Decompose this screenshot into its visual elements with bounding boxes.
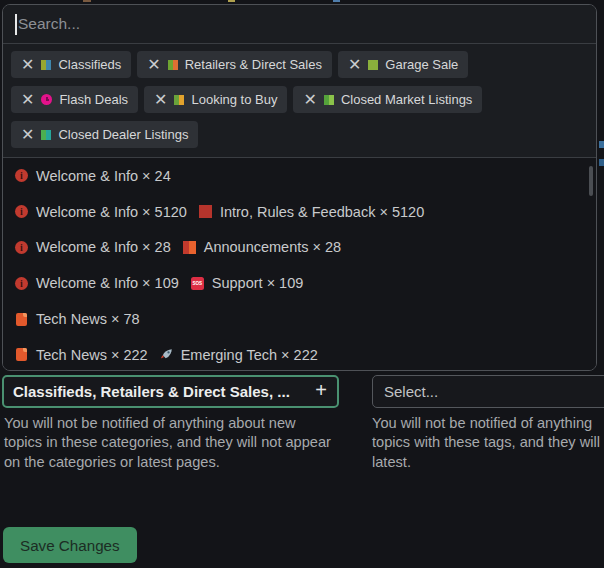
description-line: latest. (372, 453, 600, 472)
scrollbar-thumb[interactable] (589, 166, 593, 196)
category-badge-icon (368, 60, 378, 70)
announcements-icon (183, 241, 196, 254)
category-badge-icon (41, 130, 51, 140)
welcome-info-icon (15, 169, 28, 182)
dropdown-option-row[interactable]: Welcome & Info × 28 Announcements × 28 (3, 230, 596, 266)
description-line: You will not be notified of anything (372, 414, 600, 433)
search-input[interactable] (3, 15, 596, 33)
background-fragment (599, 159, 604, 166)
chip-label: Garage Sale (385, 57, 458, 72)
chip-retailers-direct-sales[interactable]: ✕ Retailers & Direct Sales (137, 51, 332, 78)
background-fragment (333, 0, 340, 2)
chip-label: Retailers & Direct Sales (185, 57, 322, 72)
remove-icon[interactable]: ✕ (21, 57, 34, 73)
chip-label: Looking to Buy (191, 92, 277, 107)
option-label: Welcome & Info × 109 (36, 275, 179, 291)
category-badge-icon (168, 60, 178, 70)
dropdown-option-row[interactable]: Welcome & Info × 24 (3, 158, 596, 194)
dropdown-options-list: Welcome & Info × 24 Welcome & Info × 512… (3, 158, 596, 371)
selected-chips-container: ✕ Classifieds ✕ Retailers & Direct Sales… (3, 44, 596, 158)
muted-tags-select[interactable]: Select... (372, 375, 604, 408)
chip-label: Closed Dealer Listings (58, 127, 188, 142)
option-label: Tech News × 78 (36, 311, 140, 327)
option-label: Emerging Tech × 222 (181, 347, 318, 363)
remove-icon[interactable]: ✕ (154, 92, 167, 108)
text-cursor (15, 14, 17, 35)
tech-news-icon (16, 313, 27, 326)
background-fragment (599, 141, 604, 148)
muted-categories-description: You will not be notified of anything abo… (4, 414, 331, 472)
welcome-info-icon (15, 205, 28, 218)
chip-closed-market-listings[interactable]: ✕ Closed Market Listings (293, 86, 482, 113)
chip-garage-sale[interactable]: ✕ Garage Sale (338, 51, 468, 78)
category-badge-icon (174, 95, 184, 105)
option-label: Welcome & Info × 24 (36, 168, 171, 184)
description-line: You will not be notified of anything abo… (4, 414, 331, 433)
option-label: Support × 109 (212, 275, 304, 291)
support-sos-icon (191, 277, 204, 290)
muted-tags-description: You will not be notified of anything top… (372, 414, 600, 472)
remove-icon[interactable]: ✕ (303, 92, 316, 108)
welcome-info-icon (15, 277, 28, 290)
filter-search-row (3, 5, 596, 44)
tech-news-icon (16, 348, 27, 361)
intro-rules-feedback-icon (199, 205, 212, 218)
chip-classifieds[interactable]: ✕ Classifieds (11, 51, 131, 78)
description-line: topics in these categories, and they wil… (4, 433, 331, 452)
clock-badge-icon (41, 94, 52, 105)
background-fragment (83, 0, 91, 2)
save-changes-button[interactable]: Save Changes (3, 527, 137, 563)
chip-closed-dealer-listings[interactable]: ✕ Closed Dealer Listings (11, 121, 198, 148)
chip-flash-deals[interactable]: ✕ Flash Deals (11, 86, 138, 113)
muted-tags-placeholder: Select... (373, 383, 438, 400)
muted-categories-summary: Classifieds, Retailers & Direct Sales, .… (4, 383, 309, 400)
chip-label: Classifieds (58, 57, 121, 72)
option-label: Welcome & Info × 5120 (36, 204, 187, 220)
plus-icon[interactable]: + (309, 379, 337, 404)
dropdown-option-row[interactable]: Tech News × 78 (3, 301, 596, 337)
remove-icon[interactable]: ✕ (21, 127, 34, 143)
emerging-tech-rocket-icon (160, 348, 173, 361)
dropdown-option-row[interactable]: Welcome & Info × 5120 Intro, Rules & Fee… (3, 194, 596, 230)
muted-categories-select[interactable]: Classifieds, Retailers & Direct Sales, .… (2, 375, 339, 408)
dropdown-option-row[interactable]: Welcome & Info × 109 Support × 109 (3, 265, 596, 301)
option-label: Announcements × 28 (204, 239, 341, 255)
chip-looking-to-buy[interactable]: ✕ Looking to Buy (144, 86, 287, 113)
remove-icon[interactable]: ✕ (21, 92, 34, 108)
option-label: Tech News × 222 (36, 347, 148, 363)
description-line: topics with these tags, and they will (372, 433, 600, 452)
description-line: on the categories or latest pages. (4, 453, 331, 472)
dropdown-option-row[interactable]: Tech News × 222 Emerging Tech × 222 (3, 337, 596, 371)
remove-icon[interactable]: ✕ (147, 57, 160, 73)
category-badge-icon (41, 60, 51, 70)
background-fragment (228, 0, 235, 2)
chip-label: Closed Market Listings (341, 92, 473, 107)
option-label: Welcome & Info × 28 (36, 239, 171, 255)
category-multiselect-panel: ✕ Classifieds ✕ Retailers & Direct Sales… (2, 4, 597, 371)
option-label: Intro, Rules & Feedback × 5120 (220, 204, 424, 220)
welcome-info-icon (15, 241, 28, 254)
chip-label: Flash Deals (59, 92, 128, 107)
remove-icon[interactable]: ✕ (348, 57, 361, 73)
category-badge-icon (324, 95, 334, 105)
